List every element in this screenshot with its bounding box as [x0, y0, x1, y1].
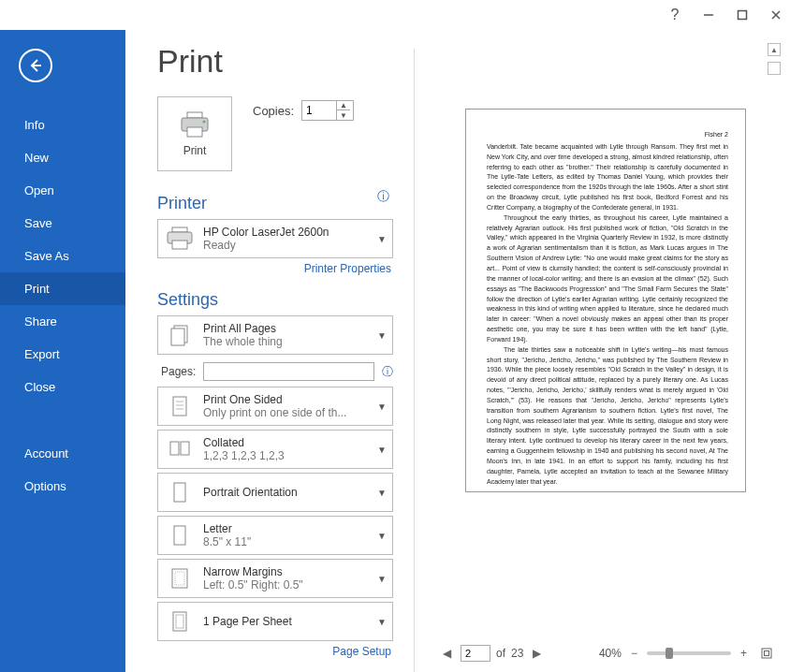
svg-rect-19	[181, 442, 189, 455]
settings-section-title: Settings	[157, 290, 393, 310]
pages-input[interactable]	[203, 362, 374, 381]
chevron-down-icon: ▼	[377, 330, 387, 341]
chevron-down-icon: ▼	[377, 574, 387, 584]
printer-icon	[178, 110, 212, 139]
setting-orientation[interactable]: Portrait Orientation ▼	[157, 473, 393, 512]
zoom-level: 40%	[599, 647, 622, 660]
sidebar-item-options[interactable]: Options	[0, 470, 125, 503]
svg-rect-9	[172, 227, 187, 232]
printer-status: Ready	[203, 239, 370, 252]
window-titlebar: ?	[0, 0, 790, 30]
print-settings-pane: Print Print Copies: ▲▼ ⓘ Printer	[125, 30, 414, 672]
printer-info-icon[interactable]: ⓘ	[377, 188, 389, 205]
chevron-down-icon: ▼	[377, 531, 387, 541]
chevron-down-icon: ▼	[377, 234, 387, 244]
print-button[interactable]: Print	[157, 96, 232, 171]
copies-down[interactable]: ▼	[337, 110, 350, 120]
minimize-button[interactable]	[702, 8, 715, 22]
printer-name: HP Color LaserJet 2600n	[203, 226, 370, 239]
zoom-out-button[interactable]: −	[627, 647, 641, 660]
setting-paper-size[interactable]: Letter8.5" x 11" ▼	[157, 516, 393, 555]
copies-input[interactable]: ▲▼	[301, 100, 354, 121]
chevron-down-icon: ▼	[377, 402, 387, 412]
svg-rect-20	[174, 483, 185, 502]
chevron-down-icon: ▼	[377, 445, 387, 455]
back-button[interactable]	[19, 49, 52, 82]
printer-select[interactable]: HP Color LaserJet 2600n Ready ▼	[157, 219, 393, 258]
pages-label: Pages:	[161, 365, 196, 378]
svg-rect-18	[170, 442, 179, 455]
svg-rect-14	[173, 397, 186, 416]
chevron-down-icon: ▼	[377, 617, 387, 627]
sidebar-item-saveas[interactable]: Save As	[0, 240, 125, 272]
zoom-in-button[interactable]: +	[737, 647, 751, 660]
scroll-thumb[interactable]	[768, 62, 781, 75]
current-page-input[interactable]	[461, 645, 490, 662]
page-setup-link[interactable]: Page Setup	[157, 645, 391, 658]
svg-rect-1	[739, 11, 747, 20]
setting-print-range[interactable]: Print All PagesThe whole thing ▼	[157, 315, 393, 355]
fit-page-button[interactable]	[756, 647, 777, 660]
printer-properties-link[interactable]: Printer Properties	[157, 262, 391, 275]
margins-icon	[164, 564, 196, 592]
preview-page-header: Fisher 2	[487, 130, 728, 140]
svg-rect-7	[187, 127, 202, 137]
sidebar-item-info[interactable]: Info	[0, 109, 125, 141]
printer-device-icon	[164, 225, 196, 253]
collated-icon	[164, 435, 196, 463]
sidebar-item-export[interactable]: Export	[0, 338, 125, 371]
page-title: Print	[157, 43, 393, 80]
copies-label: Copies:	[253, 104, 294, 118]
printer-section-title: Printer	[157, 194, 393, 213]
page-single-icon	[164, 392, 196, 420]
preview-para-1: Vanderbilt. Tate became acquainted with …	[487, 142, 728, 213]
setting-sides[interactable]: Print One SidedOnly print on one side of…	[157, 387, 393, 426]
sidebar-item-share[interactable]: Share	[0, 305, 125, 338]
backstage-sidebar: Info New Open Save Save As Print Share E…	[0, 30, 125, 672]
letter-icon	[164, 521, 196, 549]
sheet-icon	[164, 607, 196, 635]
print-button-label: Print	[183, 144, 207, 157]
sidebar-item-open[interactable]: Open	[0, 174, 125, 207]
chevron-down-icon: ▼	[377, 488, 387, 498]
maximize-button[interactable]	[736, 8, 749, 22]
zoom-slider[interactable]	[647, 651, 731, 655]
preview-scrollbar[interactable]: ▲	[768, 43, 783, 640]
svg-rect-26	[762, 649, 771, 658]
setting-collation[interactable]: Collated1,2,3 1,2,3 1,2,3 ▼	[157, 430, 393, 469]
sidebar-item-new[interactable]: New	[0, 141, 125, 174]
preview-para-2: Throughout the early thirties, as throug…	[487, 213, 728, 345]
pages-info-icon[interactable]: ⓘ	[382, 364, 393, 380]
svg-rect-13	[171, 329, 184, 345]
page-of-label: of	[496, 647, 505, 660]
scroll-up-button[interactable]: ▲	[768, 43, 781, 56]
portrait-icon	[164, 478, 196, 506]
svg-rect-21	[174, 526, 185, 545]
next-page-button[interactable]: ▶	[529, 647, 545, 660]
prev-page-button[interactable]: ◀	[439, 647, 455, 660]
sidebar-item-print[interactable]: Print	[0, 272, 125, 305]
svg-rect-11	[172, 241, 187, 249]
help-button[interactable]: ?	[668, 8, 681, 22]
total-pages: 23	[511, 647, 523, 660]
sidebar-item-account[interactable]: Account	[0, 437, 125, 470]
preview-para-3: The late thirties saw a noticeable shift…	[487, 345, 728, 488]
svg-point-8	[203, 121, 206, 124]
close-button[interactable]	[769, 8, 783, 22]
setting-margins[interactable]: Narrow MarginsLeft: 0.5" Right: 0.5" ▼	[157, 559, 393, 598]
print-preview-pane: Fisher 2 Vanderbilt. Tate became acquain…	[415, 30, 790, 672]
preview-page: Fisher 2 Vanderbilt. Tate became acquain…	[465, 109, 746, 492]
sidebar-item-save[interactable]: Save	[0, 207, 125, 240]
svg-rect-5	[187, 112, 202, 118]
sidebar-item-close[interactable]: Close	[0, 371, 125, 403]
pages-all-icon	[164, 321, 196, 349]
copies-field[interactable]	[302, 104, 336, 117]
setting-pages-per-sheet[interactable]: 1 Page Per Sheet ▼	[157, 602, 393, 641]
copies-up[interactable]: ▲	[337, 101, 350, 110]
svg-rect-27	[765, 651, 769, 656]
